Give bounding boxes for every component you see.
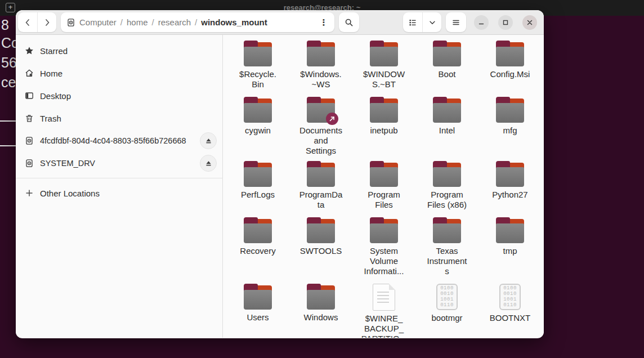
file-item[interactable]: DocumentsandSettings: [289, 96, 352, 160]
sidebar-item-label: Other Locations: [40, 189, 217, 198]
sidebar-item-other-locations[interactable]: Other Locations: [16, 182, 222, 204]
sidebar: StarredHomeDesktopTrash4fcdfdbf-804d-4c0…: [16, 35, 223, 338]
text-file-icon: [373, 284, 395, 311]
path-more-button[interactable]: ⋮: [316, 17, 331, 28]
sidebar-item-label: Trash: [40, 114, 217, 123]
folder-icon: [243, 161, 273, 187]
file-name: Recovery: [240, 246, 275, 256]
file-name: SystemVolumeInformati...: [364, 246, 404, 276]
folder-icon: [495, 161, 525, 187]
eject-icon: [205, 137, 212, 145]
sidebar-separator: [16, 178, 222, 178]
eject-button[interactable]: [200, 155, 217, 172]
harddisk-icon: [66, 18, 75, 27]
content-area: $Recycle.Bin$Windows.~WS$WINDOWS.~BTBoot…: [223, 35, 544, 338]
sidebar-item-system-drv[interactable]: SYSTEM_DRV: [16, 152, 222, 174]
file-item[interactable]: Boot: [415, 39, 478, 96]
folder-icon: [306, 284, 336, 310]
breadcrumb-segment[interactable]: home: [127, 17, 148, 27]
file-item[interactable]: Config.Msi: [478, 39, 542, 96]
folder-icon: [432, 217, 462, 243]
file-grid: $Recycle.Bin$Windows.~WS$WINDOWS.~BTBoot…: [223, 35, 544, 338]
file-item[interactable]: inetpub: [352, 96, 415, 160]
file-name: bootmgr: [431, 313, 462, 323]
file-item[interactable]: 0100001010010110BOOTNXT: [478, 283, 542, 338]
file-item[interactable]: cygwin: [226, 96, 289, 160]
folder-icon: [369, 41, 399, 66]
folder-icon: [432, 41, 462, 66]
sidebar-item-4fcdfdbf-804d-4c04-8803-85f66b726668[interactable]: 4fcdfdbf-804d-4c04-8803-85f66b726668: [16, 129, 222, 152]
breadcrumb-segment[interactable]: windows_mount: [201, 17, 267, 27]
sidebar-item-home[interactable]: Home: [16, 62, 222, 84]
file-item[interactable]: $Windows.~WS: [289, 39, 352, 96]
desktop-icon: [25, 91, 34, 100]
folder-icon: [432, 97, 462, 123]
file-item[interactable]: SystemVolumeInformati...: [352, 216, 415, 283]
file-name: $WINDOWS.~BT: [363, 69, 405, 90]
home-icon: [25, 69, 34, 78]
file-item[interactable]: Recovery: [226, 216, 289, 283]
chevron-right-icon: [43, 18, 52, 27]
file-name: Python27: [492, 190, 527, 200]
folder-icon: [369, 97, 399, 123]
file-name: PerfLogs: [241, 190, 275, 200]
forward-button[interactable]: [37, 12, 56, 32]
file-name: SWTOOLS: [300, 246, 342, 256]
file-name: ProgramFiles (x86): [427, 190, 467, 210]
file-name: BOOTNXT: [490, 313, 531, 323]
file-item[interactable]: $WINRE_BACKUP_PARTITIO...: [352, 283, 415, 338]
file-item[interactable]: 0100001010010110bootmgr: [415, 283, 478, 338]
files-window: Computer/home/research/windows_mount ⋮: [16, 10, 544, 338]
view-toggle: [403, 12, 441, 32]
sidebar-item-desktop[interactable]: Desktop: [16, 84, 222, 107]
eject-button[interactable]: [200, 132, 217, 149]
file-item[interactable]: ProgramFiles (x86): [415, 160, 478, 216]
path-bar[interactable]: Computer/home/research/windows_mount ⋮: [61, 12, 334, 32]
breadcrumb-separator: /: [120, 17, 123, 27]
search-button[interactable]: [339, 12, 359, 32]
file-item[interactable]: TexasInstruments: [415, 216, 478, 283]
sidebar-item-label: Starred: [40, 46, 217, 56]
file-name: TexasInstruments: [427, 246, 467, 276]
sidebar-item-starred[interactable]: Starred: [16, 39, 222, 62]
file-name: $WINRE_BACKUP_PARTITIO...: [361, 314, 406, 338]
search-icon: [345, 18, 354, 27]
trash-icon: [25, 114, 34, 123]
file-name: ProgramData: [299, 190, 343, 210]
sidebar-item-label: Home: [40, 69, 217, 78]
file-item[interactable]: $Recycle.Bin: [226, 39, 289, 96]
file-name: Windows: [304, 312, 338, 323]
file-item[interactable]: $WINDOWS.~BT: [352, 39, 415, 96]
file-item[interactable]: Windows: [289, 283, 352, 338]
breadcrumb-separator: /: [195, 17, 197, 27]
file-item[interactable]: SWTOOLS: [289, 216, 352, 283]
menu-button[interactable]: [446, 12, 466, 32]
folder-icon: [306, 161, 336, 187]
breadcrumb-segment[interactable]: research: [158, 17, 191, 27]
maximize-icon: [502, 19, 509, 26]
file-item[interactable]: mfg: [478, 96, 542, 160]
harddisk-icon: [25, 136, 34, 145]
close-icon: [526, 19, 533, 26]
file-name: $Windows.~WS: [300, 69, 341, 90]
sidebar-item-trash[interactable]: Trash: [16, 107, 222, 129]
back-button[interactable]: [18, 12, 37, 32]
breadcrumb-segment[interactable]: Computer: [79, 17, 117, 27]
list-view-button[interactable]: [403, 12, 422, 32]
file-name: mfg: [503, 126, 517, 136]
file-item[interactable]: PerfLogs: [226, 160, 289, 216]
terminal-new-tab-icon[interactable]: +: [6, 3, 15, 12]
folder-icon: [369, 217, 399, 243]
file-item[interactable]: Python27: [478, 160, 542, 216]
view-options-button[interactable]: [422, 12, 441, 32]
sidebar-item-label: Desktop: [40, 91, 217, 101]
file-item[interactable]: ProgramFiles: [352, 160, 415, 216]
minimize-button[interactable]: [474, 15, 489, 30]
close-button[interactable]: [522, 15, 537, 30]
terminal-text-fragment: 56: [1, 55, 17, 71]
maximize-button[interactable]: [498, 15, 513, 30]
file-item[interactable]: tmp: [478, 216, 542, 283]
file-item[interactable]: Users: [226, 283, 289, 338]
file-item[interactable]: ProgramData: [289, 160, 352, 216]
file-item[interactable]: Intel: [415, 96, 478, 160]
